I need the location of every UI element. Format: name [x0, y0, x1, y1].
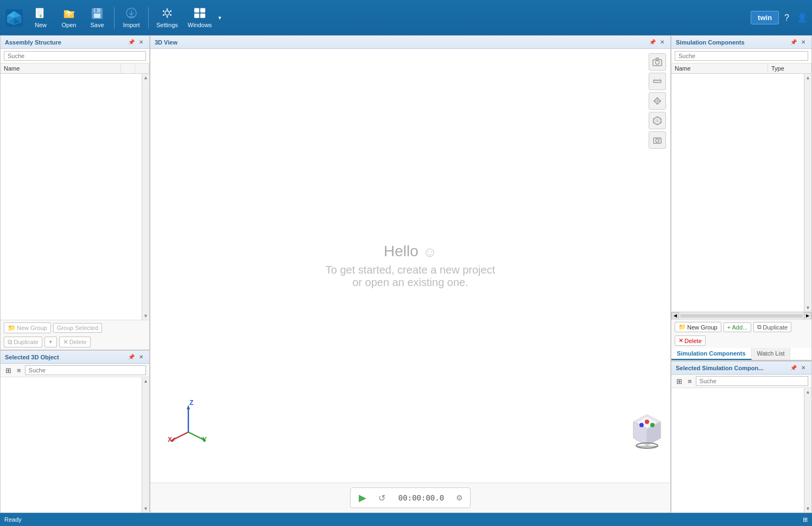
smiley-icon: ☺	[423, 244, 437, 260]
selected3d-panel-controls: 📌 ✕	[128, 353, 145, 361]
app-logo[interactable]	[4, 8, 24, 28]
main-area: Assembly Structure 📌 ✕ Name ▲	[0, 35, 812, 513]
sim-comp-close-button[interactable]: ✕	[800, 39, 807, 46]
group-selected-button[interactable]: Group Selected	[53, 323, 102, 333]
windows-button[interactable]: Windows	[183, 3, 217, 33]
measure-icon[interactable]	[649, 73, 666, 90]
selected-sim-close-button[interactable]: ✕	[800, 364, 807, 372]
selected-sim-pin-button[interactable]: 📌	[790, 364, 797, 372]
selected3d-close-button[interactable]: ✕	[137, 353, 145, 361]
sim-comp-search-input[interactable]	[675, 51, 808, 61]
settings-button[interactable]: Settings	[152, 3, 182, 33]
screenshot-icon[interactable]	[649, 131, 666, 149]
assembly-col-1	[121, 64, 135, 73]
toolbar-separator-2	[148, 7, 149, 29]
reset-playback-button[interactable]: ↺	[375, 490, 390, 505]
sim-comp-pin-button[interactable]: 📌	[790, 39, 797, 46]
expand-icon[interactable]: ⊞	[803, 516, 808, 523]
view3d-close-button[interactable]: ✕	[658, 39, 666, 46]
duplicate-button[interactable]: ⧉ Duplicate	[4, 337, 42, 347]
duplicate-arrow-button[interactable]: ▼	[45, 337, 57, 347]
axis-svg: Z X Y	[167, 400, 210, 443]
coordinate-axis: Z X Y	[167, 400, 210, 445]
import-label: Import	[123, 22, 139, 28]
delete-button[interactable]: ✕ Delete	[59, 337, 91, 347]
selected-sim-list-icon[interactable]: ≡	[686, 377, 694, 386]
new-group-button[interactable]: 📁 New Group	[4, 322, 51, 333]
selected-sim-header: Selected Simulation Compon... 📌 ✕	[671, 362, 811, 375]
selected3d-content[interactable]: ▲ ▼	[1, 377, 149, 512]
sim-new-group-button[interactable]: 📁 New Group	[675, 322, 721, 332]
view3d-content[interactable]: Hello ☺ To get started, create a new pro…	[150, 49, 670, 483]
svg-line-45	[172, 432, 188, 440]
new-group-icon: 📁	[8, 324, 16, 332]
selected3d-list-icon[interactable]: ≡	[15, 366, 23, 375]
svg-point-57	[650, 423, 655, 427]
assembly-content[interactable]: ▲ ▼	[1, 74, 149, 320]
windows-dropdown-arrow[interactable]: ▼	[216, 3, 223, 33]
sim-delete-button[interactable]: ✕ Delete	[675, 335, 706, 346]
toolbar-right: twin ? 👤	[751, 10, 810, 25]
new-button[interactable]: + New	[27, 3, 54, 33]
tab-simulation-components[interactable]: Simulation Components	[671, 348, 752, 360]
open-label: Open	[62, 22, 77, 28]
selected3d-grid-icon[interactable]: ⊞	[4, 366, 13, 375]
playback-settings-button[interactable]: ⚙	[453, 491, 466, 504]
selected-sim-content[interactable]: ▲ ▼	[671, 388, 811, 512]
left-panels: Assembly Structure 📌 ✕ Name ▲	[0, 35, 150, 513]
settings-label: Settings	[156, 22, 178, 28]
sim-delete-icon: ✕	[678, 337, 683, 344]
status-left: Ready	[4, 516, 22, 523]
selected-sim-search-input[interactable]	[696, 376, 808, 386]
windows-icon	[193, 7, 206, 21]
sim-add-button[interactable]: + Add...	[724, 322, 752, 332]
camera-icon[interactable]	[649, 53, 666, 71]
svg-text:Y: Y	[202, 436, 207, 443]
svg-rect-25	[194, 14, 199, 18]
time-display: 00:00:00.0	[394, 492, 448, 503]
user-button[interactable]: 👤	[795, 10, 810, 25]
3d-object-icon[interactable]	[649, 112, 666, 129]
svg-point-18	[166, 16, 168, 18]
sim-comp-content[interactable]: ▲ ▼	[671, 74, 811, 312]
selected-sim-grid-icon[interactable]: ⊞	[675, 377, 684, 386]
sim-duplicate-label: Duplicate	[763, 324, 788, 331]
windows-button-group: Windows ▼	[183, 3, 224, 33]
svg-point-16	[165, 11, 169, 15]
message-line1: To get started, create a new project	[326, 264, 495, 276]
playback-controls: ▶ ↺ 00:00:00.0 ⚙	[350, 487, 471, 508]
selected3d-panel-header: Selected 3D Object 📌 ✕	[1, 351, 149, 364]
assembly-search-input[interactable]	[4, 51, 146, 61]
selected3d-search-input[interactable]	[25, 365, 146, 375]
simulation-components-panel: Simulation Components 📌 ✕ Name Type ▲	[671, 35, 812, 361]
assembly-close-button[interactable]: ✕	[137, 39, 145, 46]
orientation-cube[interactable]	[628, 412, 666, 450]
sim-col-name: Name	[671, 64, 768, 73]
sim-hscrollbar[interactable]: ◀ ▶	[671, 312, 811, 319]
play-button[interactable]: ▶	[355, 490, 370, 505]
assembly-panel-header: Assembly Structure 📌 ✕	[1, 36, 149, 49]
tab-watch-list[interactable]: Watch List	[752, 348, 791, 360]
hscroll-right-button[interactable]: ▶	[804, 312, 811, 320]
view3d-panel: 3D View 📌 ✕ Hello ☺ To get started, crea…	[150, 35, 671, 513]
twin-badge[interactable]: twin	[751, 11, 779, 24]
assembly-panel-controls: 📌 ✕	[128, 39, 145, 46]
svg-point-28	[656, 61, 659, 65]
selected3d-pin-button[interactable]: 📌	[128, 353, 135, 361]
sim-duplicate-button[interactable]: ⧉ Duplicate	[753, 322, 791, 332]
view3d-bottom: ▶ ↺ 00:00:00.0 ⚙	[150, 483, 670, 512]
assembly-pin-button[interactable]: 📌	[128, 39, 135, 46]
reset-view-icon[interactable]	[649, 92, 666, 110]
message-or: or	[352, 276, 362, 288]
import-button[interactable]: Import	[118, 3, 145, 33]
new-icon: +	[34, 7, 47, 21]
view3d-pin-button[interactable]: 📌	[649, 39, 656, 46]
hscroll-left-button[interactable]: ◀	[671, 312, 679, 320]
new-label: New	[35, 22, 47, 28]
save-button[interactable]: Save	[84, 3, 111, 33]
sim-tabs: Simulation Components Watch List	[671, 348, 811, 360]
open-button[interactable]: Open	[55, 3, 83, 33]
help-button[interactable]: ?	[782, 11, 791, 25]
view3d-header: 3D View 📌 ✕	[150, 36, 670, 49]
sim-table-header: Name Type	[671, 64, 811, 74]
